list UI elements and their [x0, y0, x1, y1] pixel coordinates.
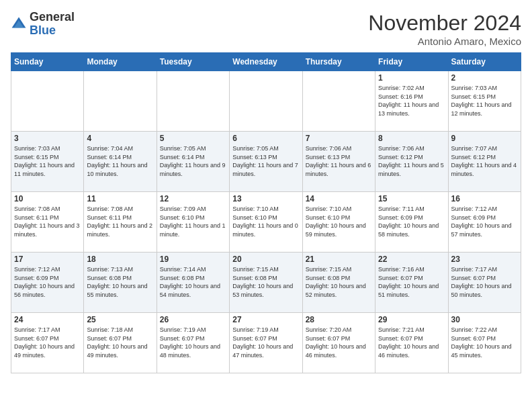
location: Antonio Amaro, Mexico — [368, 36, 521, 47]
calendar-cell: 21Sunrise: 7:15 AM Sunset: 6:08 PM Dayli… — [302, 253, 375, 313]
day-number: 5 — [160, 134, 226, 143]
day-number: 20 — [232, 255, 299, 264]
day-number: 18 — [87, 255, 153, 264]
day-content: Sunrise: 7:07 AM Sunset: 6:12 PM Dayligh… — [451, 144, 518, 178]
calendar-cell: 5Sunrise: 7:05 AM Sunset: 6:14 PM Daylig… — [157, 132, 229, 192]
day-number: 3 — [14, 134, 81, 143]
day-content: Sunrise: 7:12 AM Sunset: 6:09 PM Dayligh… — [451, 205, 518, 238]
day-content: Sunrise: 7:15 AM Sunset: 6:08 PM Dayligh… — [306, 265, 372, 299]
day-content: Sunrise: 7:20 AM Sunset: 6:07 PM Dayligh… — [306, 326, 372, 359]
calendar-cell: 26Sunrise: 7:19 AM Sunset: 6:07 PM Dayli… — [157, 313, 229, 373]
calendar-cell — [157, 71, 229, 132]
day-content: Sunrise: 7:02 AM Sunset: 6:16 PM Dayligh… — [378, 84, 445, 118]
calendar-cell: 13Sunrise: 7:10 AM Sunset: 6:10 PM Dayli… — [230, 192, 302, 253]
calendar-cell: 10Sunrise: 7:08 AM Sunset: 6:11 PM Dayli… — [11, 192, 84, 253]
day-content: Sunrise: 7:21 AM Sunset: 6:07 PM Dayligh… — [378, 326, 445, 359]
month-title: November 2024 — [368, 11, 521, 36]
day-content: Sunrise: 7:11 AM Sunset: 6:09 PM Dayligh… — [378, 205, 445, 238]
calendar-cell: 17Sunrise: 7:12 AM Sunset: 6:09 PM Dayli… — [11, 253, 84, 313]
day-number: 24 — [14, 315, 81, 324]
day-content: Sunrise: 7:16 AM Sunset: 6:07 PM Dayligh… — [378, 265, 445, 299]
calendar-cell: 9Sunrise: 7:07 AM Sunset: 6:12 PM Daylig… — [448, 132, 521, 192]
day-number: 10 — [14, 194, 81, 203]
day-content: Sunrise: 7:15 AM Sunset: 6:08 PM Dayligh… — [232, 265, 299, 299]
logo-icon — [11, 16, 27, 32]
day-content: Sunrise: 7:03 AM Sunset: 6:15 PM Dayligh… — [14, 144, 81, 178]
day-number: 21 — [306, 255, 372, 264]
day-content: Sunrise: 7:06 AM Sunset: 6:13 PM Dayligh… — [306, 144, 372, 178]
day-number: 11 — [87, 194, 153, 203]
calendar-cell: 22Sunrise: 7:16 AM Sunset: 6:07 PM Dayli… — [375, 253, 448, 313]
day-number: 27 — [232, 315, 299, 324]
page-header: General Blue November 2024 Antonio Amaro… — [11, 11, 521, 47]
day-content: Sunrise: 7:08 AM Sunset: 6:11 PM Dayligh… — [14, 205, 81, 238]
day-number: 4 — [87, 134, 153, 143]
calendar-cell: 19Sunrise: 7:14 AM Sunset: 6:08 PM Dayli… — [157, 253, 229, 313]
logo: General Blue — [11, 11, 75, 38]
calendar-cell: 4Sunrise: 7:04 AM Sunset: 6:14 PM Daylig… — [84, 132, 157, 192]
day-number: 16 — [451, 194, 518, 203]
calendar-cell: 25Sunrise: 7:18 AM Sunset: 6:07 PM Dayli… — [84, 313, 157, 373]
calendar-cell: 8Sunrise: 7:06 AM Sunset: 6:12 PM Daylig… — [375, 132, 448, 192]
header-day-wednesday: Wednesday — [230, 53, 302, 71]
day-content: Sunrise: 7:17 AM Sunset: 6:07 PM Dayligh… — [14, 326, 81, 359]
calendar-cell: 11Sunrise: 7:08 AM Sunset: 6:11 PM Dayli… — [84, 192, 157, 253]
day-content: Sunrise: 7:19 AM Sunset: 6:07 PM Dayligh… — [160, 326, 226, 359]
calendar-cell: 18Sunrise: 7:13 AM Sunset: 6:08 PM Dayli… — [84, 253, 157, 313]
day-content: Sunrise: 7:04 AM Sunset: 6:14 PM Dayligh… — [87, 144, 153, 178]
calendar-cell — [302, 71, 375, 132]
header-day-sunday: Sunday — [11, 53, 84, 71]
day-number: 9 — [451, 134, 518, 143]
day-number: 28 — [306, 315, 372, 324]
calendar-cell — [11, 71, 84, 132]
day-content: Sunrise: 7:09 AM Sunset: 6:10 PM Dayligh… — [160, 205, 226, 238]
header-day-thursday: Thursday — [302, 53, 375, 71]
day-content: Sunrise: 7:05 AM Sunset: 6:13 PM Dayligh… — [232, 144, 299, 178]
calendar-cell: 30Sunrise: 7:22 AM Sunset: 6:07 PM Dayli… — [448, 313, 521, 373]
header-day-saturday: Saturday — [448, 53, 521, 71]
week-row-5: 24Sunrise: 7:17 AM Sunset: 6:07 PM Dayli… — [11, 313, 521, 373]
day-number: 14 — [306, 194, 372, 203]
calendar-cell: 1Sunrise: 7:02 AM Sunset: 6:16 PM Daylig… — [375, 71, 448, 132]
calendar-cell: 12Sunrise: 7:09 AM Sunset: 6:10 PM Dayli… — [157, 192, 229, 253]
header-day-tuesday: Tuesday — [157, 53, 229, 71]
calendar-cell: 6Sunrise: 7:05 AM Sunset: 6:13 PM Daylig… — [230, 132, 302, 192]
day-number: 23 — [451, 255, 518, 264]
day-content: Sunrise: 7:14 AM Sunset: 6:08 PM Dayligh… — [160, 265, 226, 299]
day-content: Sunrise: 7:03 AM Sunset: 6:15 PM Dayligh… — [451, 84, 518, 118]
day-content: Sunrise: 7:18 AM Sunset: 6:07 PM Dayligh… — [87, 326, 153, 359]
day-number: 19 — [160, 255, 226, 264]
day-number: 12 — [160, 194, 226, 203]
day-content: Sunrise: 7:06 AM Sunset: 6:12 PM Dayligh… — [378, 144, 445, 178]
day-number: 8 — [378, 134, 445, 143]
day-number: 26 — [160, 315, 226, 324]
calendar-cell: 14Sunrise: 7:10 AM Sunset: 6:10 PM Dayli… — [302, 192, 375, 253]
day-content: Sunrise: 7:12 AM Sunset: 6:09 PM Dayligh… — [14, 265, 81, 299]
day-number: 7 — [306, 134, 372, 143]
week-row-1: 1Sunrise: 7:02 AM Sunset: 6:16 PM Daylig… — [11, 71, 521, 132]
day-number: 17 — [14, 255, 81, 264]
calendar-cell: 7Sunrise: 7:06 AM Sunset: 6:13 PM Daylig… — [302, 132, 375, 192]
calendar-cell: 29Sunrise: 7:21 AM Sunset: 6:07 PM Dayli… — [375, 313, 448, 373]
calendar-cell: 27Sunrise: 7:19 AM Sunset: 6:07 PM Dayli… — [230, 313, 302, 373]
day-number: 30 — [451, 315, 518, 324]
day-content: Sunrise: 7:22 AM Sunset: 6:07 PM Dayligh… — [451, 326, 518, 359]
day-content: Sunrise: 7:10 AM Sunset: 6:10 PM Dayligh… — [306, 205, 372, 238]
calendar-cell: 28Sunrise: 7:20 AM Sunset: 6:07 PM Dayli… — [302, 313, 375, 373]
calendar-cell: 20Sunrise: 7:15 AM Sunset: 6:08 PM Dayli… — [230, 253, 302, 313]
day-number: 22 — [378, 255, 445, 264]
header-day-monday: Monday — [84, 53, 157, 71]
calendar-cell — [84, 71, 157, 132]
week-row-4: 17Sunrise: 7:12 AM Sunset: 6:09 PM Dayli… — [11, 253, 521, 313]
calendar-cell: 16Sunrise: 7:12 AM Sunset: 6:09 PM Dayli… — [448, 192, 521, 253]
day-content: Sunrise: 7:05 AM Sunset: 6:14 PM Dayligh… — [160, 144, 226, 178]
calendar-cell: 23Sunrise: 7:17 AM Sunset: 6:07 PM Dayli… — [448, 253, 521, 313]
calendar-table: SundayMondayTuesdayWednesdayThursdayFrid… — [11, 52, 521, 373]
logo-text: General Blue — [30, 11, 75, 38]
calendar-body: 1Sunrise: 7:02 AM Sunset: 6:16 PM Daylig… — [11, 71, 521, 373]
header-day-friday: Friday — [375, 53, 448, 71]
calendar-cell: 2Sunrise: 7:03 AM Sunset: 6:15 PM Daylig… — [448, 71, 521, 132]
calendar-header-row: SundayMondayTuesdayWednesdayThursdayFrid… — [11, 53, 521, 71]
day-content: Sunrise: 7:08 AM Sunset: 6:11 PM Dayligh… — [87, 205, 153, 238]
day-content: Sunrise: 7:17 AM Sunset: 6:07 PM Dayligh… — [451, 265, 518, 299]
